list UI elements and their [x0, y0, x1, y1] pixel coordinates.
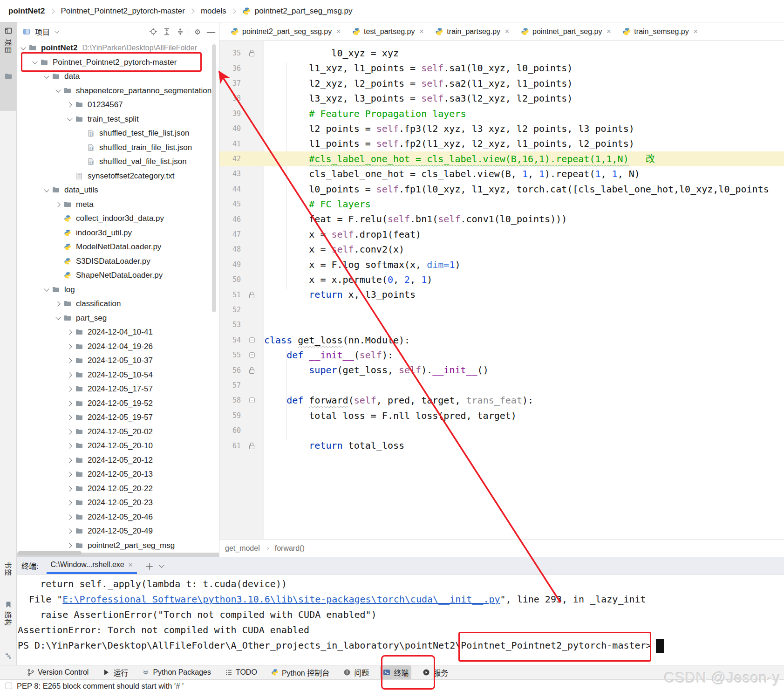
bookmarks-strip-label[interactable]: 书签: [4, 561, 14, 576]
chevron-collapsed-icon[interactable]: [66, 457, 74, 464]
tree-row[interactable]: synsetoffset2category.txt: [17, 169, 219, 184]
tree-row[interactable]: classification: [17, 297, 219, 311]
chevron-expanded-icon[interactable]: [55, 87, 62, 95]
toolbar-button[interactable]: 运行: [100, 665, 131, 679]
chevron-collapsed-icon[interactable]: [66, 442, 74, 450]
toolbar-button[interactable]: Python Packages: [139, 667, 214, 678]
structure-strip-label[interactable]: 结构: [4, 611, 14, 626]
fold-icon[interactable]: −: [249, 397, 255, 403]
tree-row[interactable]: ShapeNetDataLoader.py: [17, 268, 219, 283]
chevron-expanded-icon[interactable]: [20, 44, 27, 52]
breadcrumb-class[interactable]: get_model: [225, 544, 260, 553]
tree-row[interactable]: pointnet2_part_seg_msg: [17, 539, 219, 553]
tree-row[interactable]: 2024-12-05_19-57: [17, 410, 219, 425]
tree-row[interactable]: S3DISDataLoader.py: [17, 254, 219, 269]
chevron-collapsed-icon[interactable]: [66, 527, 74, 535]
toolbar-button[interactable]: 服务: [420, 665, 451, 679]
toolbar-button[interactable]: 终端: [380, 665, 411, 679]
add-terminal-icon[interactable]: ＋: [143, 560, 156, 572]
editor-tab[interactable]: train_partseg.py✕: [430, 22, 516, 41]
terminal-output[interactable]: return self._apply(lambda t: t.cuda(devi…: [17, 575, 784, 665]
chevron-collapsed-icon[interactable]: [66, 385, 74, 393]
tree-row[interactable]: Pointnet_Pointnet2_pytorch-master: [17, 55, 219, 70]
tree-row[interactable]: log: [17, 283, 219, 297]
tree-row[interactable]: ModelNetDataLoader.py: [17, 240, 219, 254]
breadcrumb-item[interactable]: pointNet2: [8, 7, 45, 16]
chevron-collapsed-icon[interactable]: [66, 400, 74, 407]
breadcrumb-item[interactable]: pointnet2_part_seg_msg.py: [255, 7, 353, 16]
editor-tab[interactable]: test_partseg.py✕: [348, 22, 430, 41]
close-icon[interactable]: ✕: [606, 28, 611, 35]
tree-row[interactable]: 2024-12-05_19-52: [17, 397, 219, 411]
locate-icon[interactable]: [148, 27, 158, 37]
editor-surface[interactable]: 35 l0_xyz = xyz36 l1_xyz, l1_points = se…: [219, 41, 784, 539]
tree-row[interactable]: {}shuffled_val_file_list.json: [17, 155, 219, 169]
chevron-collapsed-icon[interactable]: [66, 357, 74, 364]
chevron-collapsed-icon[interactable]: [66, 428, 74, 436]
project-strip-label[interactable]: 项目: [4, 39, 14, 54]
chevron-collapsed-icon[interactable]: [66, 414, 74, 421]
tree-row[interactable]: data: [17, 69, 219, 84]
chevron-collapsed-icon[interactable]: [55, 201, 62, 208]
editor-tab[interactable]: train_semseg.py✕: [618, 22, 704, 41]
breadcrumb-method[interactable]: forward(): [275, 544, 305, 553]
collapse-all-icon[interactable]: [175, 27, 185, 37]
tree-row[interactable]: 2024-12-05_20-02: [17, 425, 219, 439]
chevron-collapsed-icon[interactable]: [55, 300, 62, 308]
tree-row[interactable]: collect_indoor3d_data.py: [17, 212, 219, 226]
chevron-collapsed-icon[interactable]: [66, 101, 74, 109]
tree-row[interactable]: {}shuffled_train_file_list.json: [17, 141, 219, 155]
chevron-expanded-icon[interactable]: [43, 286, 50, 294]
tree-row[interactable]: {}shuffled_test_file_list.json: [17, 126, 219, 141]
editor-tab[interactable]: pointnet_part_seg.py✕: [516, 22, 618, 41]
folder-icon[interactable]: [5, 73, 12, 80]
close-icon[interactable]: ✕: [504, 28, 510, 35]
tree-row[interactable]: indoor3d_util.py: [17, 226, 219, 240]
chevron-collapsed-icon[interactable]: [66, 499, 74, 506]
chevron-expanded-icon[interactable]: [43, 186, 50, 194]
tree-row[interactable]: 2024-12-05_20-13: [17, 467, 219, 482]
hide-panel-icon[interactable]: —: [206, 27, 216, 37]
settings-icon[interactable]: ⚙: [192, 27, 203, 37]
tree-row[interactable]: 2024-12-04_10-41: [17, 325, 219, 340]
chevron-collapsed-icon[interactable]: [66, 343, 74, 350]
tree-row[interactable]: 2024-12-04_19-26: [17, 340, 219, 354]
expand-all-icon[interactable]: [162, 27, 172, 37]
stacktrace-link[interactable]: E:\Professional Software\python3.10.6\li…: [62, 594, 500, 605]
tree-horizontal-scrollbar[interactable]: [18, 551, 82, 555]
tree-row[interactable]: 2024-12-05_20-49: [17, 524, 219, 539]
tree-row[interactable]: 2024-12-05_20-10: [17, 439, 219, 453]
tree-row[interactable]: part_seg: [17, 311, 219, 326]
breadcrumb-item[interactable]: models: [201, 7, 226, 16]
terminal-tab[interactable]: C:\Window...rshell.exe ✕: [47, 557, 136, 574]
structure-icon[interactable]: [5, 652, 12, 660]
breadcrumb-item[interactable]: Pointnet_Pointnet2_pytorch-master: [61, 7, 185, 16]
close-icon[interactable]: ✕: [693, 28, 698, 35]
editor-tab[interactable]: pointnet2_part_seg_ssg.py✕: [226, 22, 348, 41]
toolbar-button[interactable]: 问题: [341, 665, 372, 679]
tree-row[interactable]: pointNet2D:\YinParker\Desktop\AllFileFol…: [17, 41, 219, 55]
fold-icon[interactable]: −: [249, 352, 255, 358]
toolbar-button[interactable]: Version Control: [24, 667, 91, 678]
tree-row[interactable]: 2024-12-05_20-23: [17, 496, 219, 510]
chevron-expanded-icon[interactable]: [31, 59, 39, 66]
tree-row[interactable]: 2024-12-05_20-46: [17, 510, 219, 525]
tree-row[interactable]: train_test_split: [17, 112, 219, 127]
close-icon[interactable]: ✕: [419, 28, 424, 35]
tree-row[interactable]: 01234567: [17, 98, 219, 112]
tree-row[interactable]: 2024-12-05_17-57: [17, 382, 219, 397]
tree-vertical-scrollbar[interactable]: [212, 44, 216, 312]
project-tool-window-button[interactable]: [0, 22, 17, 111]
chevron-collapsed-icon[interactable]: [66, 328, 74, 336]
chevron-collapsed-icon[interactable]: [66, 471, 74, 478]
chevron-expanded-icon[interactable]: [43, 73, 50, 80]
toolbar-button[interactable]: Python 控制台: [268, 665, 332, 679]
close-icon[interactable]: ✕: [128, 561, 133, 568]
chevron-expanded-icon[interactable]: [66, 116, 74, 123]
chevron-collapsed-icon[interactable]: [66, 371, 74, 379]
tool-window-icon[interactable]: [5, 27, 12, 34]
chevron-collapsed-icon[interactable]: [66, 542, 74, 549]
tree-row[interactable]: data_utils: [17, 183, 219, 198]
tree-row[interactable]: 2024-12-05_20-22: [17, 482, 219, 496]
chevron-expanded-icon[interactable]: [55, 315, 62, 322]
